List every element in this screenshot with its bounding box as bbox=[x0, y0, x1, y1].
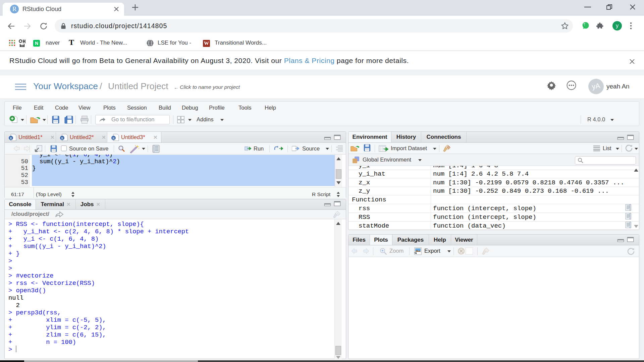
svg-text:R: R bbox=[61, 136, 63, 140]
svg-text:R: R bbox=[112, 136, 115, 140]
svg-text:R: R bbox=[10, 136, 12, 140]
